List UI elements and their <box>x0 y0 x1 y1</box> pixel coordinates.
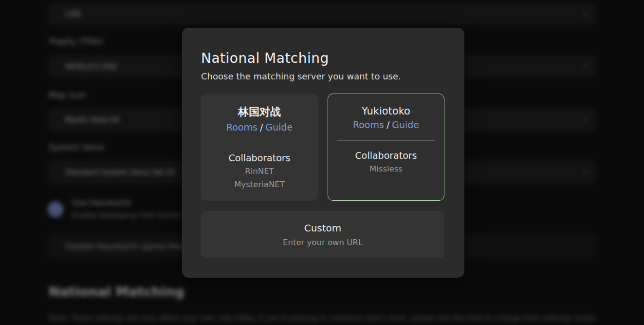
card-divider <box>211 143 308 143</box>
server-links: Rooms/Guide <box>328 119 444 130</box>
guide-link[interactable]: Guide <box>392 119 419 130</box>
custom-card-title: Custom <box>304 222 342 234</box>
link-separator: / <box>260 122 263 133</box>
collaborator-name: Missless <box>328 162 444 175</box>
collaborators-heading: Collaborators <box>201 153 318 163</box>
server-card-linguo[interactable]: 林国对战 Rooms/Guide Collaborators RinNET My… <box>201 94 318 201</box>
custom-server-card[interactable]: Custom Enter your own URL <box>201 211 444 258</box>
collaborator-name: RinNET <box>201 165 318 178</box>
collaborators-list: Missless <box>328 162 444 175</box>
server-card-yukiotoko[interactable]: Yukiotoko Rooms/Guide Collaborators Miss… <box>328 94 444 201</box>
link-separator: / <box>386 119 389 130</box>
rooms-link[interactable]: Rooms <box>226 122 258 133</box>
collaborator-name: MysteriaNET <box>201 178 318 191</box>
modal-title: National Matching <box>201 50 329 66</box>
rooms-link[interactable]: Rooms <box>353 119 384 130</box>
collaborators-heading: Collaborators <box>328 150 444 161</box>
server-name: 林国对战 <box>201 105 318 119</box>
modal-subtitle: Choose the matching server you want to u… <box>201 71 401 81</box>
collaborators-list: RinNET MysteriaNET <box>201 165 318 191</box>
server-links: Rooms/Guide <box>201 122 318 133</box>
guide-link[interactable]: Guide <box>265 122 293 133</box>
card-divider <box>337 140 435 141</box>
screen: LINE ▾ Trophy (Title) WORLD'S END ▾ Map … <box>0 0 644 325</box>
national-matching-modal: National Matching Choose the matching se… <box>182 28 464 278</box>
custom-card-subtitle: Enter your own URL <box>283 238 363 247</box>
server-name: Yukiotoko <box>328 105 444 117</box>
